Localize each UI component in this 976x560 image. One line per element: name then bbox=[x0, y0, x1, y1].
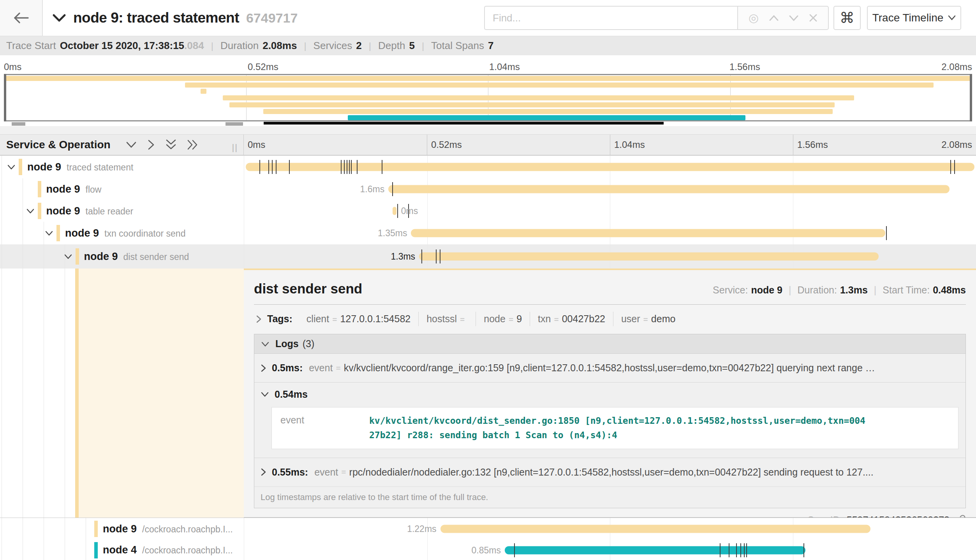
log-marker-tick bbox=[344, 160, 345, 174]
span-name-cell[interactable]: node 9txn coordinator send bbox=[0, 222, 244, 244]
span-expander-icon[interactable] bbox=[45, 230, 53, 236]
collapse-trace-header-icon[interactable] bbox=[52, 13, 66, 23]
span-duration-bar[interactable] bbox=[411, 229, 885, 237]
span-row[interactable]: node 9dist sender send1.3ms bbox=[0, 244, 976, 269]
column-resize-grip[interactable]: || bbox=[232, 142, 238, 153]
log-entry-expanded: 0.54mseventkv/kvclient/kvcoord/dist_send… bbox=[254, 382, 965, 458]
tags-expander-icon[interactable] bbox=[255, 314, 262, 324]
find-input[interactable] bbox=[484, 6, 737, 30]
span-duration-bar[interactable] bbox=[246, 163, 974, 171]
log-marker-tick bbox=[421, 249, 422, 263]
log-marker-tick bbox=[341, 160, 342, 174]
indent-guide bbox=[23, 244, 23, 269]
minimap-drag-handle-right[interactable] bbox=[970, 74, 972, 121]
expand-all-icon[interactable] bbox=[187, 139, 199, 151]
span-timeline-cell[interactable]: 1.6ms bbox=[244, 178, 976, 200]
trace-info-item: Duration2.08ms bbox=[220, 40, 297, 52]
back-button[interactable] bbox=[0, 0, 43, 36]
log-marker-tick bbox=[950, 160, 951, 174]
span-duration-bar[interactable] bbox=[440, 525, 871, 533]
keyboard-shortcuts-button[interactable]: ⌘ bbox=[833, 6, 861, 30]
find-controls: ◎ bbox=[737, 6, 829, 30]
span-timeline-cell[interactable] bbox=[244, 156, 976, 178]
tags-row[interactable]: Tags: client=127.0.0.1:54582hostssl=node… bbox=[254, 312, 966, 326]
meta-separator: | bbox=[874, 284, 877, 296]
indent-guide bbox=[44, 269, 44, 518]
collapse-all-icon[interactable] bbox=[165, 139, 177, 151]
minimap-drag-handle-left[interactable] bbox=[4, 74, 6, 121]
timeline-axis-tick: 0ms bbox=[244, 135, 265, 155]
log-marker-tick bbox=[351, 160, 352, 174]
span-expander-icon[interactable] bbox=[26, 208, 35, 214]
span-name-cell[interactable]: node 9flow bbox=[0, 178, 244, 200]
span-duration-bar[interactable] bbox=[388, 185, 950, 193]
trace-info-label: Total Spans bbox=[431, 40, 484, 52]
service-name: node 4 bbox=[103, 544, 137, 556]
logs-footnote: Log timestamps are relative to the start… bbox=[254, 486, 965, 508]
span-row[interactable]: node 9/cockroach.roachpb.I...1.22ms bbox=[0, 518, 976, 540]
log-expanded-header[interactable]: 0.54ms bbox=[261, 389, 959, 400]
span-timeline-cell[interactable]: 1.35ms bbox=[244, 222, 976, 244]
span-expander-icon[interactable] bbox=[64, 254, 72, 260]
span-name-cell[interactable]: node 9traced statement bbox=[0, 156, 244, 178]
log-entry-collapsed[interactable]: 0.5ms:event=kv/kvclient/kvcoord/range_it… bbox=[254, 354, 965, 382]
minimap-canvas[interactable] bbox=[4, 74, 972, 121]
tag-item[interactable]: client=127.0.0.1:54582 bbox=[299, 312, 419, 326]
span-name: node 9dist sender send bbox=[84, 251, 189, 263]
span-timeline-cell[interactable]: 1.3ms bbox=[244, 244, 976, 269]
collapse-one-icon[interactable] bbox=[125, 141, 137, 149]
locate-span-icon[interactable]: ◎ bbox=[749, 12, 759, 24]
service-name: node 9 bbox=[46, 205, 80, 217]
span-detail-title: dist sender send bbox=[254, 281, 362, 297]
logs-title: Logs bbox=[275, 338, 299, 349]
span-row[interactable]: node 9flow1.6ms bbox=[0, 178, 976, 200]
span-duration-bar[interactable] bbox=[393, 207, 396, 215]
minimap-tick-label: 1.04ms bbox=[489, 61, 520, 72]
log-entry-collapsed[interactable]: 0.55ms:event=rpc/nodedialer/nodedialer.g… bbox=[254, 458, 965, 486]
tag-item[interactable]: txn=00427b22 bbox=[530, 312, 613, 326]
find-prev-icon[interactable] bbox=[769, 14, 779, 21]
expand-one-icon[interactable] bbox=[147, 139, 155, 151]
span-timeline-cell[interactable]: 0ms bbox=[244, 200, 976, 222]
span-row[interactable]: node 9txn coordinator send1.35ms bbox=[0, 222, 976, 244]
indent-guide bbox=[65, 518, 65, 540]
service-name: node 9 bbox=[103, 523, 137, 535]
log-field-value: rpc/nodedialer/nodedialer.go:132 [n9,cli… bbox=[349, 467, 874, 478]
minimap-focus-line[interactable] bbox=[264, 122, 664, 125]
minimap-scrub-handle[interactable] bbox=[12, 122, 25, 126]
log-marker-tick bbox=[740, 543, 741, 557]
log-marker-tick bbox=[392, 182, 393, 196]
operation-name: txn coordinator send bbox=[104, 228, 185, 239]
span-duration-bar[interactable] bbox=[505, 546, 805, 554]
span-timeline-cell[interactable]: 0.85ms bbox=[244, 540, 976, 560]
span-name-cell[interactable]: node 9dist sender send bbox=[0, 244, 244, 269]
service-name: node 9 bbox=[84, 251, 118, 263]
logs-header[interactable]: Logs (3) bbox=[254, 334, 965, 354]
trace-info-value: 2 bbox=[356, 40, 361, 52]
tags-title: Tags: bbox=[267, 313, 292, 325]
find-clear-icon[interactable] bbox=[809, 14, 817, 22]
span-duration-label: 1.3ms bbox=[391, 251, 419, 262]
trace-view-selector[interactable]: Trace Timeline bbox=[867, 6, 961, 30]
tag-item[interactable]: user=demo bbox=[613, 312, 683, 326]
span-timeline-cell[interactable]: 1.22ms bbox=[244, 518, 976, 540]
span-name-cell[interactable]: node 4/cockroach.roachpb.I... bbox=[0, 540, 244, 560]
log-field-value: kv/kvclient/kvcoord/dist_sender.go:1850 … bbox=[369, 407, 871, 449]
span-expander-icon[interactable] bbox=[7, 164, 16, 170]
minimap-scrub-handle[interactable] bbox=[226, 122, 243, 126]
minimap-span-bar bbox=[6, 76, 970, 81]
timeline-grid-header: Service & Operation || 0ms0.52ms1.04ms1.… bbox=[0, 134, 976, 156]
detail-meta-label: Duration: bbox=[797, 284, 837, 296]
tag-item[interactable]: node=9 bbox=[476, 312, 530, 326]
trace-info-item: Trace StartOctober 15 2020, 17:38:15.084 bbox=[6, 40, 204, 52]
span-row[interactable]: node 9traced statement bbox=[0, 156, 976, 178]
span-duration-bar[interactable] bbox=[419, 253, 879, 261]
span-name-cell[interactable]: node 9table reader bbox=[0, 200, 244, 222]
log-marker-tick bbox=[736, 543, 737, 557]
span-row[interactable]: node 4/cockroach.roachpb.I...0.85ms bbox=[0, 540, 976, 560]
span-row[interactable]: node 9table reader0ms bbox=[0, 200, 976, 222]
find-next-icon[interactable] bbox=[789, 14, 799, 21]
span-name-cell[interactable]: node 9/cockroach.roachpb.I... bbox=[0, 518, 244, 540]
tag-item[interactable]: hostssl= bbox=[419, 312, 476, 326]
span-rows-top: node 9traced statementnode 9flow1.6msnod… bbox=[0, 156, 976, 269]
